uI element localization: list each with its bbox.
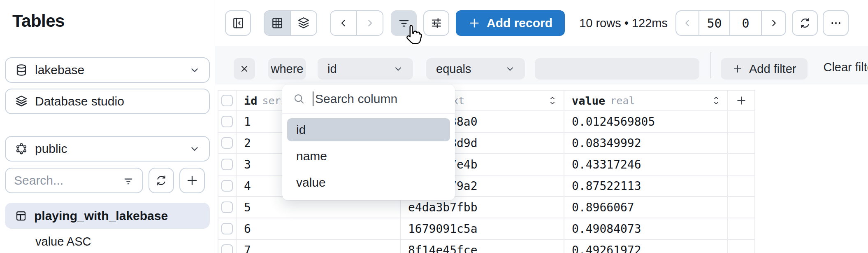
page-offset-input[interactable]: 0: [730, 11, 762, 35]
cell-name[interactable]: 1679091c5a: [401, 218, 564, 240]
filter-column-value: id: [327, 62, 337, 76]
table-search-input[interactable]: Search...: [5, 168, 143, 193]
page-title: Tables: [12, 11, 210, 31]
chevron-right-icon: [768, 18, 779, 28]
ellipsis-icon: [830, 17, 842, 29]
chevron-down-icon: [505, 64, 515, 74]
cell-id[interactable]: 7: [237, 240, 401, 253]
grid-view-icon: [271, 16, 284, 30]
row-checkbox[interactable]: [221, 159, 233, 170]
column-header-value[interactable]: value real: [564, 91, 728, 111]
column-search-placeholder: Search column: [315, 92, 397, 106]
chevron-down-icon: [393, 64, 403, 74]
layers-icon: [15, 95, 28, 108]
filter-bar-divider: [710, 52, 711, 78]
cell-id[interactable]: 6: [237, 218, 401, 240]
cell-empty: [728, 133, 755, 154]
view-mode-toggle: [264, 10, 317, 36]
panel-collapse-icon: [232, 16, 245, 30]
database-studio-button[interactable]: Database studio: [5, 89, 210, 114]
table-sort-indicator: value ASC: [35, 235, 210, 248]
cell-value[interactable]: 0.49261972: [564, 240, 728, 253]
refresh-data-button[interactable]: [792, 10, 818, 36]
database-selector-label: lakebase: [35, 63, 84, 77]
filter-column-select[interactable]: id: [318, 58, 413, 80]
cell-value[interactable]: 0.49084073: [564, 218, 728, 240]
refresh-tables-button[interactable]: [149, 168, 174, 193]
column-option-value[interactable]: value: [287, 171, 450, 194]
chevron-down-icon: [189, 65, 200, 75]
layers-icon: [297, 16, 311, 30]
cell-value[interactable]: 0.8966067: [564, 197, 728, 218]
row-checkbox[interactable]: [221, 116, 233, 127]
add-record-button[interactable]: Add record: [456, 10, 565, 36]
pagination: 50 0: [675, 10, 786, 36]
sidebar-item-playing-with-lakebase[interactable]: playing_with_lakebase: [5, 203, 210, 229]
page-size-input[interactable]: 50: [699, 11, 730, 35]
row-checkbox[interactable]: [221, 180, 233, 192]
clear-filters-button[interactable]: Clear filters: [823, 61, 868, 74]
text-caret: [313, 91, 313, 106]
plus-icon: [186, 174, 198, 187]
cell-empty: [728, 240, 755, 253]
toolbar: Add record 10 rows • 122ms 50 0: [215, 0, 868, 46]
row-checkbox[interactable]: [221, 137, 233, 149]
view-settings-button[interactable]: [423, 10, 449, 36]
add-table-button[interactable]: [179, 168, 205, 193]
table-row: [218, 240, 237, 253]
table-view-button[interactable]: [265, 11, 290, 35]
row-checkbox[interactable]: [221, 201, 233, 213]
cell-value[interactable]: 0.0124569805: [564, 111, 728, 133]
table-row: [218, 133, 237, 154]
sort-icon[interactable]: [548, 95, 557, 106]
cell-value[interactable]: 0.43317246: [564, 154, 728, 176]
plus-icon: [736, 95, 747, 106]
database-selector[interactable]: lakebase: [5, 57, 210, 83]
select-all-checkbox-cell: [218, 91, 237, 111]
filter-operator-select[interactable]: equals: [426, 58, 525, 80]
cell-value[interactable]: 0.87522113: [564, 176, 728, 197]
select-all-checkbox[interactable]: [221, 95, 233, 106]
row-checkbox[interactable]: [221, 244, 233, 253]
prev-page-button[interactable]: [676, 11, 699, 35]
search-icon: [293, 93, 305, 105]
chevron-down-icon: [189, 143, 200, 154]
cell-empty: [728, 111, 755, 133]
cell-name[interactable]: 8f14e45fce: [401, 240, 564, 253]
next-page-button[interactable]: [762, 11, 785, 35]
row-checkbox[interactable]: [221, 223, 233, 234]
column-search-input[interactable]: Search column: [282, 84, 455, 114]
database-icon: [15, 63, 28, 77]
more-options-button[interactable]: [823, 10, 849, 36]
add-column-button[interactable]: [728, 91, 755, 111]
schema-icon: [15, 142, 28, 155]
table-row: [218, 218, 237, 240]
filter-lines-icon: [397, 16, 411, 30]
cell-value[interactable]: 0.08349992: [564, 133, 728, 154]
add-filter-button[interactable]: Add filter: [721, 58, 808, 80]
table-row: [218, 154, 237, 176]
chevron-left-icon: [682, 18, 693, 28]
chevron-left-icon: [338, 17, 349, 29]
sort-icon[interactable]: [712, 95, 721, 106]
remove-filter-button[interactable]: [234, 58, 255, 80]
close-icon: [239, 64, 249, 74]
refresh-icon: [799, 17, 811, 29]
layers-view-button[interactable]: [291, 11, 316, 35]
column-option-id[interactable]: id: [287, 118, 450, 141]
where-label: where: [268, 58, 306, 80]
next-record-button[interactable]: [357, 11, 383, 35]
query-stats: 10 rows • 122ms: [579, 16, 668, 30]
column-option-name[interactable]: name: [287, 145, 450, 168]
cell-empty: [728, 218, 755, 240]
sidebar-search-row: Search...: [5, 168, 210, 193]
collapse-sidebar-button[interactable]: [225, 10, 251, 36]
filter-value-input[interactable]: [535, 58, 699, 80]
prev-record-button[interactable]: [331, 11, 356, 35]
refresh-icon: [155, 174, 167, 187]
filters-button[interactable]: [391, 10, 417, 36]
table-row: [218, 111, 237, 133]
schema-selector[interactable]: public: [5, 136, 210, 162]
add-filter-label: Add filter: [749, 62, 796, 76]
database-studio-label: Database studio: [35, 94, 124, 108]
